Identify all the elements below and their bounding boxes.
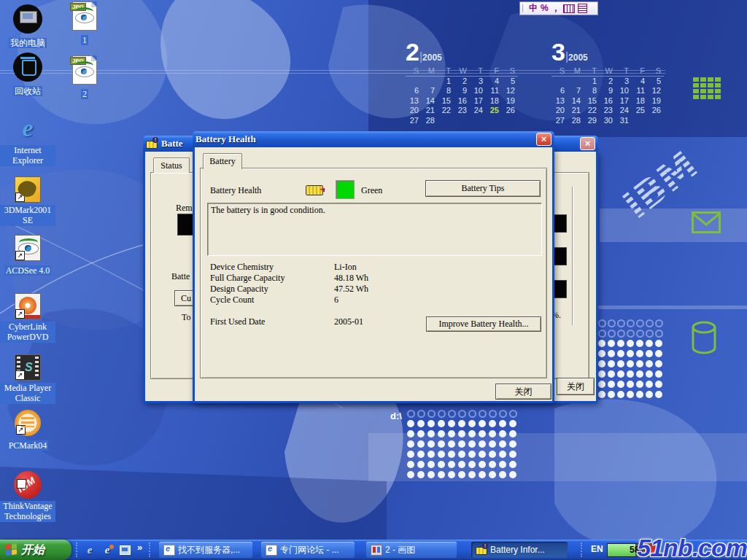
wallpaper-dot [407,461,414,468]
desktop-icon-my-computer[interactable]: 我的电脑 [0,4,55,49]
calendar-day: 23 [454,106,470,116]
calendar-weekday: M [568,66,584,77]
ime-menu-icon[interactable] [578,4,587,13]
quicklaunch-show-desktop-icon[interactable] [118,543,131,556]
calendar-month-number: 3 [551,38,565,66]
desktop-icon-recycle-bin[interactable]: 回收站 [0,52,55,97]
wallpaper-dot [448,451,455,458]
improve-battery-health-button[interactable]: Improve Battery Health... [426,316,541,332]
ime-fullwidth-toggle[interactable]: % [541,3,549,14]
wallpaper-dot [407,440,414,448]
quicklaunch-browser2-icon[interactable]: e [101,543,114,556]
wallpaper-dot [655,350,662,357]
wallpaper-dot [458,430,465,438]
calendar-day: 27 [551,116,568,126]
desktop-icon-powerdvd[interactable]: ↗ CyberLink PowerDVD [0,293,55,343]
wallpaper-dot [427,410,436,418]
wallpaper-dot [636,381,643,388]
calendar-day: 13 [551,96,568,106]
wallpaper-dot [655,330,663,338]
wallpaper-dot [608,360,615,368]
wallpaper-dot [417,440,425,448]
task-button-forum[interactable]: 专门网论坛 - ... [261,542,355,558]
tab-battery[interactable]: Battery [203,153,242,169]
task-button-server-not-found[interactable]: 找不到服务器,... [159,542,252,558]
calendar-day: 6 [406,86,422,96]
wallpaper-dot [438,451,445,458]
close-button[interactable]: 关闭 [557,378,595,395]
calendar-day: 29 [584,116,600,126]
detail-label: Device Chemistry [210,262,274,273]
ime-keyboard-icon[interactable] [563,4,575,13]
calendar-day: 18 [632,96,648,106]
wallpaper-dot [458,420,465,427]
battery-cell-box [553,214,567,233]
wallpaper-dot [489,430,496,438]
wallpaper-dot [617,319,625,327]
health-status-text: Green [361,185,382,196]
calendar-weekday: S [648,66,664,77]
ime-chinese-indicator[interactable]: 中 [529,3,538,14]
start-button[interactable]: 开始 [0,540,71,560]
task-button-paint[interactable]: 2 - 画图 [366,542,457,558]
battery-health-label: Battery Health [210,185,261,196]
calendar-day [438,116,454,126]
battery-label: Batte [171,271,190,282]
wallpaper-dot [608,340,615,347]
tab-status[interactable]: Status [153,158,190,173]
ime-grip-handle[interactable] [522,4,526,12]
wallpaper-dot [489,461,496,468]
calendar-year: 2005 [568,52,588,63]
ime-language-bar[interactable]: 中 % ， [519,1,598,15]
close-button[interactable]: 关闭 [495,384,551,400]
calendar-day: 26 [502,106,518,116]
wallpaper-dot [598,381,605,388]
drive-label: d:\ [390,411,402,421]
wallpaper-dot [417,461,425,468]
calendar-day: 7 [422,86,438,96]
calendar-day: 26 [648,106,664,116]
wallpaper-dot [438,471,445,478]
wallpaper-dot [655,360,662,368]
wallpaper-dot [636,360,643,368]
taskbar: 开始 e e » 找不到服务器,... 专门网论坛 - ... 2 - 画图 B… [0,540,747,560]
wallpaper-dot [448,410,456,418]
calendar-day [551,77,568,87]
close-icon[interactable]: × [580,137,595,150]
desktop-icon-internet-explorer[interactable]: e Internet Explorer [0,115,55,166]
task-button-battery-information[interactable]: Battery Infor... [471,542,568,558]
calendar-weekday: S [406,66,422,77]
wallpaper-dot [636,370,643,378]
quicklaunch-overflow-chevron[interactable]: » [137,542,142,553]
desktop-file-jpg-1[interactable]: JPG 1 [58,1,111,46]
desktop-icon-pcmark04[interactable]: ↗ PCMark04 [0,410,55,451]
battery-health-titlebar[interactable]: Battery Health × [193,131,554,147]
wallpaper-dot [499,451,506,458]
calendar-weekday: F [486,66,502,77]
desktop-icon-thinkvantage[interactable]: IBM↗ ThinkVantage Technologies [0,471,55,522]
quicklaunch-ie-icon[interactable]: e [83,543,96,556]
close-icon[interactable]: × [536,133,551,146]
wallpaper-dot [438,410,446,418]
desktop-icon-3dmark2001[interactable]: ↗ 3DMark2001 SE [0,176,55,226]
desktop-icon-acdsee[interactable]: ↗ ACDSee 4.0 [0,235,55,276]
calendar-day: 14 [568,96,584,106]
battery-tips-button[interactable]: Battery Tips [425,180,541,197]
wallpaper-dot [438,420,445,427]
ime-punctuation-toggle[interactable]: ， [551,3,560,14]
wallpaper-dot [499,420,506,427]
calendar-february: 2|2005 SMTWTFS12345678910111213141516171… [406,41,530,126]
condition-text: The battery is in good condition. [211,205,544,216]
detail-label: Full Charge Capacity [210,273,285,284]
desktop-file-jpg-2[interactable]: JPG 2 [58,55,111,100]
calendar-day: 10 [616,86,632,96]
desktop-icon-media-player-classic[interactable]: S↗ Media Player Classic [0,354,55,404]
detail-value: 6 [334,295,338,306]
wallpaper-dot [448,420,455,427]
calendar-weekday: F [632,66,648,77]
calendar-day: 8 [438,86,454,96]
wallpaper-dot [617,391,624,398]
language-indicator[interactable]: EN [591,544,603,554]
wallpaper-dot [617,350,624,357]
icon-label: PCMark04 [7,440,49,451]
